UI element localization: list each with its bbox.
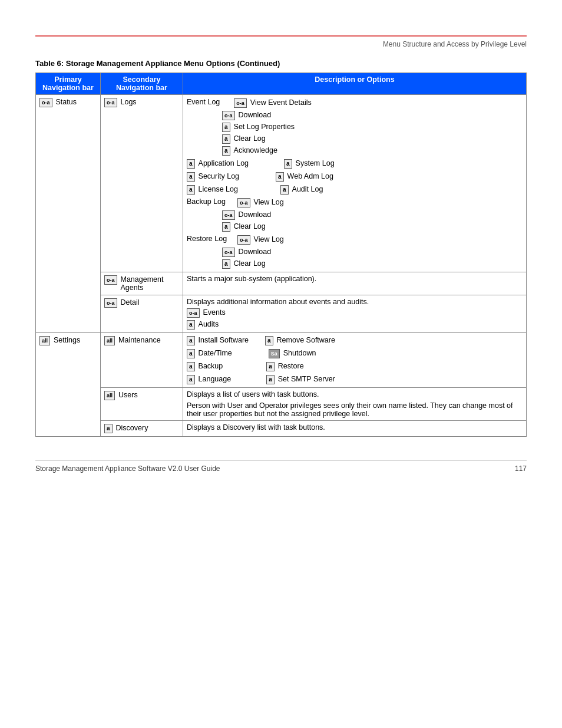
footer-left: Storage Management Appliance Software V2… [35, 465, 220, 473]
label-view-log-restore: View Log [254, 235, 284, 243]
label-audit-log: Audit Log [292, 185, 323, 193]
label-sys-log: System Log [296, 159, 335, 167]
label-language: Language [199, 375, 232, 383]
label-install-sw: Install Software [199, 336, 249, 344]
badge-o3-events: o-a [187, 308, 200, 318]
label-backup: Backup [199, 362, 223, 370]
badge-a-lic-log: a [187, 185, 195, 195]
table-row: a Discovery Displays a Discovery list wi… [36, 421, 527, 437]
label-restore-log: Restore Log [187, 235, 227, 243]
label-webadm-log: Web Adm Log [287, 172, 333, 180]
label-smtp: Set SMTP Server [278, 375, 335, 383]
footer-right: 117 [515, 465, 527, 473]
table-title: Table 6: Storage Management Appliance Me… [35, 59, 527, 68]
badge-a-install-sw: a [187, 336, 195, 345]
label-acknowledge: Acknowledge [234, 146, 277, 154]
badge-o3-logs: o-a [104, 98, 117, 107]
badge-a-restore: a [266, 362, 275, 371]
label-download: Download [239, 111, 272, 119]
label-audits: Audits [199, 320, 219, 328]
label-event-log: Event Log [187, 98, 220, 106]
badge-a-discovery: a [104, 424, 113, 433]
badge-a-sys-log: a [284, 159, 292, 169]
badge-a-clear-log-backup: a [222, 222, 230, 232]
label-mgmt-agents: Management Agents [121, 275, 180, 292]
label-remove-sw: Remove Software [277, 336, 335, 344]
badge-a-backup: a [187, 362, 195, 371]
desc-users-1: Displays a list of users with task butto… [187, 390, 523, 398]
label-users: Users [118, 391, 138, 399]
label-download-restore: Download [239, 248, 272, 256]
label-set-log-props: Set Log Properties [234, 123, 295, 131]
badge-o3-download-backup: o-a [222, 210, 235, 220]
badge-o3-view-event: o-a [234, 98, 247, 108]
label-clear-log-restore: Clear Log [234, 259, 266, 268]
label-clear-log-backup: Clear Log [234, 222, 266, 230]
badge-o3-detail: o-a [104, 298, 117, 308]
badge-o3-download: o-a [222, 111, 235, 120]
badge-a-webadm-log: a [276, 172, 284, 182]
table-row: all Settings all Maintenance [36, 333, 527, 388]
label-restore: Restore [278, 362, 304, 370]
badge-a-language: a [187, 375, 195, 384]
badge-o3-status: o-a [39, 98, 52, 107]
badge-a-audits: a [187, 320, 195, 330]
badge-a-acknowledge: a [222, 146, 230, 156]
badge-a-remove-sw: a [265, 336, 273, 345]
label-view-log-backup: View Log [254, 198, 284, 206]
label-datetime: Date/Time [199, 349, 232, 357]
badge-a-clear-log: a [222, 134, 230, 144]
table-row: o-a Management Agents Starts a major sub… [36, 272, 527, 295]
badge-all-settings: all [39, 336, 50, 345]
label-app-log: Application Log [199, 159, 249, 167]
badge-a-clear-log-restore: a [222, 259, 230, 269]
badge-a-sec-log: a [187, 172, 195, 182]
badge-a-audit-log: a [280, 185, 289, 195]
col-header-secondary: Secondary Navigation bar [101, 73, 183, 95]
header-text: Menu Structure and Access by Privilege L… [35, 40, 527, 48]
badge-o3-view-log-restore: o-a [237, 235, 250, 245]
badge-sa-shutdown: Sa [269, 349, 280, 358]
label-settings: Settings [54, 336, 80, 344]
label-clear-log: Clear Log [234, 134, 266, 143]
label-events: Events [203, 308, 226, 317]
desc-discovery: Displays a Discovery list with task butt… [187, 423, 325, 431]
desc-users-2: Person with User and Operator privileges… [187, 401, 523, 418]
label-backup-log: Backup Log [187, 197, 226, 206]
badge-all-users: all [104, 391, 115, 400]
badge-o3-mgmt-agents: o-a [104, 275, 117, 285]
desc-mgmt-agents: Starts a major sub-system (application). [187, 275, 316, 283]
badge-o3-view-log-backup: o-a [237, 198, 250, 207]
table-row: all Users Displays a list of users with … [36, 388, 527, 421]
label-lic-log: License Log [199, 185, 238, 193]
label-sec-log: Security Log [199, 172, 239, 180]
label-download-backup: Download [239, 210, 272, 219]
label-shutdown: Shutdown [283, 349, 316, 357]
badge-a-app-log: a [187, 159, 195, 169]
desc-detail: Displays additional information about ev… [187, 298, 523, 306]
col-header-description: Description or Options [183, 73, 527, 95]
label-logs: Logs [121, 98, 137, 106]
col-header-primary: Primary Navigation bar [36, 73, 101, 95]
table-row: o-a Detail Displays additional informati… [36, 295, 527, 333]
badge-o3-download-restore: o-a [222, 248, 235, 257]
label-status: Status [56, 98, 77, 106]
table-row: o-a Status o-a Logs Event Log [36, 95, 527, 272]
badge-a-smtp: a [266, 375, 275, 384]
main-table: Primary Navigation bar Secondary Navigat… [35, 73, 527, 437]
label-detail: Detail [121, 298, 140, 307]
badge-a-datetime: a [187, 349, 195, 358]
label-maintenance: Maintenance [118, 336, 161, 344]
label-view-event-details: View Event Details [250, 98, 312, 107]
badge-a-set-log: a [222, 123, 230, 132]
badge-all-maintenance: all [104, 336, 115, 345]
label-discovery: Discovery [116, 424, 148, 432]
